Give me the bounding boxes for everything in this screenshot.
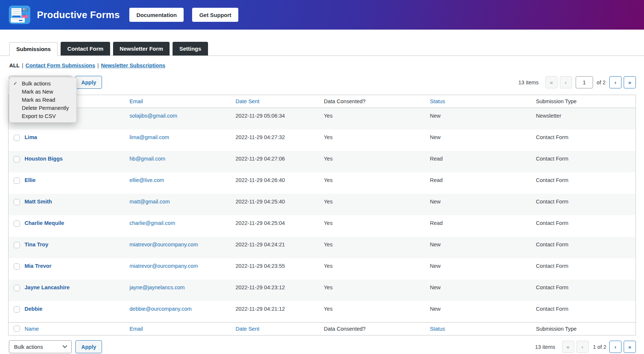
data-consented-cell: Yes (324, 237, 430, 258)
row-checkbox[interactable] (14, 156, 20, 162)
bottom-pagination: 13 items « ‹ 1 of 2 › » (535, 341, 636, 353)
email-link[interactable]: debbie@ourcompany.com (130, 306, 192, 312)
table-header-row: Name Email Date Sent Data Consented? Sta… (8, 95, 636, 108)
last-page-button[interactable]: » (624, 341, 636, 353)
prev-page-button: ‹ (576, 341, 589, 353)
apply-button[interactable]: Apply (75, 340, 102, 353)
status-cell: New (430, 129, 536, 151)
menu-item-delete-permanently[interactable]: Delete Permanently (9, 104, 76, 112)
row-checkbox[interactable] (14, 285, 20, 291)
email-link[interactable]: miatrevor@ourcompany.com (130, 242, 198, 247)
bulk-actions-select-value: Bulk actions (14, 344, 43, 350)
column-header-name[interactable]: Name (25, 323, 130, 336)
tab-bar: Submissions Contact Form Newsletter Form… (0, 42, 644, 56)
bottom-toolbar: Bulk actions Apply 13 items « ‹ 1 of 2 ›… (0, 336, 644, 353)
tab-settings[interactable]: Settings (173, 42, 208, 55)
date-sent-cell: 2022-11-29 04:24:21 (236, 237, 324, 258)
name-link[interactable]: Matt Smith (25, 199, 52, 205)
row-checkbox[interactable] (14, 199, 20, 205)
row-checkbox[interactable] (14, 135, 20, 141)
column-header-status[interactable]: Status (430, 323, 536, 336)
app-header: Productive Forms Documentation Get Suppo… (0, 0, 644, 30)
name-link[interactable]: Mia Trevor (25, 263, 52, 269)
column-header-email[interactable]: Email (130, 95, 236, 108)
name-link[interactable]: Houston Biggs (25, 156, 63, 162)
filter-newsletter-subscriptions[interactable]: Newsletter Subscriptions (101, 63, 165, 68)
filter-separator: | (22, 63, 23, 68)
date-sent-cell: 2022-11-29 04:21:12 (236, 301, 324, 323)
row-checkbox[interactable] (14, 178, 20, 184)
status-cell: New (430, 280, 536, 301)
documentation-button[interactable]: Documentation (129, 8, 184, 22)
tab-newsletter-form[interactable]: Newsletter Form (113, 42, 170, 55)
submission-type-cell: Contact Form (536, 129, 636, 151)
current-page-input[interactable] (576, 76, 593, 88)
get-support-button[interactable]: Get Support (192, 8, 238, 22)
data-consented-cell: Yes (324, 151, 430, 172)
table-row: Jayne Lancashire jayne@jaynelancs.com 20… (8, 280, 636, 301)
select-all-checkbox[interactable] (14, 326, 20, 332)
name-link[interactable]: Ellie (25, 177, 36, 183)
email-link[interactable]: charlie@gmail.com (130, 220, 176, 226)
column-header-email[interactable]: Email (130, 323, 236, 336)
column-header-date-sent[interactable]: Date Sent (236, 323, 324, 336)
date-sent-cell: 2022-11-29 04:25:04 (236, 215, 324, 237)
column-header-submission-type: Submission Type (536, 323, 636, 336)
menu-item-mark-as-new[interactable]: Mark as New (9, 88, 76, 96)
app-title: Productive Forms (37, 9, 120, 21)
email-link[interactable]: lima@gmail.com (130, 134, 169, 140)
prev-page-button: ‹ (560, 76, 572, 88)
email-link[interactable]: hb@gmail.com (130, 156, 166, 162)
row-checkbox[interactable] (14, 306, 20, 313)
chevron-down-icon (62, 343, 67, 348)
date-sent-cell: 2022-11-29 04:27:32 (236, 129, 324, 151)
tab-submissions[interactable]: Submissions (9, 42, 58, 56)
checkmark-icon: ✓ (13, 80, 17, 87)
name-link[interactable]: Debbie (25, 306, 42, 312)
items-count: 13 items (518, 80, 539, 85)
row-checkbox[interactable] (14, 263, 20, 270)
name-link[interactable]: Tina Troy (25, 242, 48, 247)
column-header-status[interactable]: Status (430, 95, 536, 108)
column-header-date-sent[interactable]: Date Sent (236, 95, 324, 108)
status-cell: New (430, 237, 536, 258)
column-header-submission-type: Submission Type (536, 95, 636, 108)
date-sent-cell: 2022-11-29 04:23:55 (236, 258, 324, 280)
submission-type-cell: Contact Form (536, 280, 636, 301)
last-page-button[interactable]: » (624, 76, 636, 88)
table-row: Houston Biggs hb@gmail.com 2022-11-29 04… (8, 151, 636, 172)
email-link[interactable]: solajibs@gmail.com (130, 113, 177, 119)
page-position-label: 1 of 2 (593, 344, 606, 350)
column-header-data-consented: Data Consented? (324, 323, 430, 336)
items-count: 13 items (535, 344, 555, 350)
status-cell: Read (430, 172, 536, 194)
table-row: solajibs@gmail.com 2022-11-29 05:06:34 Y… (8, 108, 636, 129)
data-consented-cell: Yes (324, 258, 430, 280)
email-link[interactable]: miatrevor@ourcompany.com (130, 263, 198, 269)
next-page-button[interactable]: › (609, 76, 621, 88)
tab-contact-form[interactable]: Contact Form (61, 42, 110, 55)
menu-item-export-to-csv[interactable]: Export to CSV (9, 112, 76, 120)
name-link[interactable]: Charlie Mequile (25, 220, 64, 226)
submission-type-cell: Contact Form (536, 258, 636, 280)
table-row: Debbie debbie@ourcompany.com 2022-11-29 … (8, 301, 636, 323)
data-consented-cell: Yes (324, 194, 430, 215)
bulk-actions-select[interactable]: Bulk actions (9, 340, 72, 353)
row-checkbox[interactable] (14, 220, 20, 227)
next-page-button[interactable]: › (609, 341, 621, 353)
email-link[interactable]: ellie@live.com (130, 177, 164, 183)
menu-item-bulk-actions[interactable]: ✓ Bulk actions (9, 80, 76, 88)
submission-type-cell: Contact Form (536, 301, 636, 323)
row-checkbox[interactable] (14, 242, 20, 248)
apply-button[interactable]: Apply (75, 76, 102, 89)
data-consented-cell: Yes (324, 172, 430, 194)
email-link[interactable]: jayne@jaynelancs.com (130, 284, 185, 290)
filter-contact-form-submissions[interactable]: Contact Form Submissions (25, 63, 95, 68)
name-link[interactable]: Jayne Lancashire (25, 284, 70, 290)
date-sent-cell: 2022-11-29 04:26:40 (236, 172, 324, 194)
name-link[interactable]: Lima (25, 134, 37, 140)
filter-all[interactable]: ALL (9, 63, 20, 68)
top-pagination: 13 items « ‹ of 2 › » (518, 76, 636, 88)
email-link[interactable]: matt@gmail.com (130, 199, 170, 205)
menu-item-mark-as-read[interactable]: Mark as Read (9, 96, 76, 104)
